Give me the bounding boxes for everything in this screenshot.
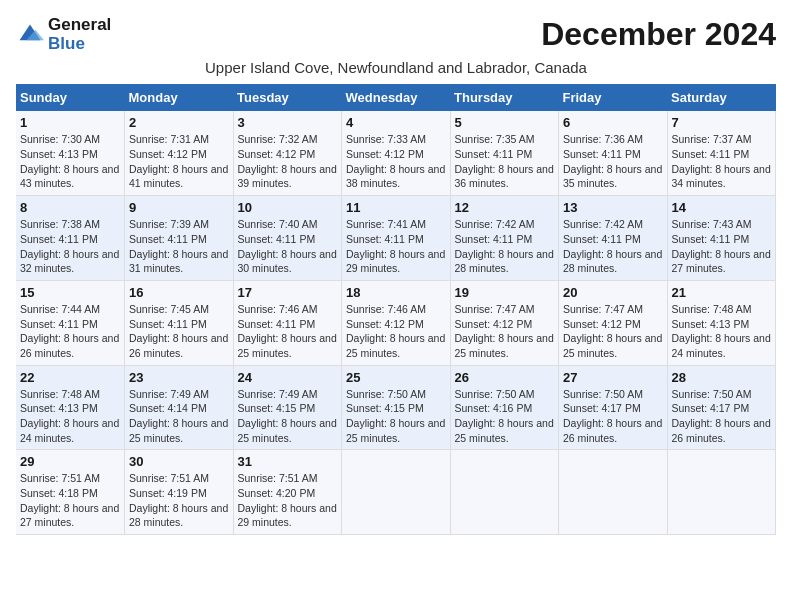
calendar-cell: 2Sunrise: 7:31 AMSunset: 4:12 PMDaylight…: [125, 111, 234, 195]
calendar-cell: 26Sunrise: 7:50 AMSunset: 4:16 PMDayligh…: [450, 365, 559, 450]
day-number: 29: [20, 454, 120, 469]
day-info: Sunrise: 7:51 AMSunset: 4:19 PMDaylight:…: [129, 471, 229, 530]
day-info: Sunrise: 7:50 AMSunset: 4:17 PMDaylight:…: [563, 387, 663, 446]
day-info: Sunrise: 7:37 AMSunset: 4:11 PMDaylight:…: [672, 132, 772, 191]
calendar-cell: 24Sunrise: 7:49 AMSunset: 4:15 PMDayligh…: [233, 365, 342, 450]
day-info: Sunrise: 7:39 AMSunset: 4:11 PMDaylight:…: [129, 217, 229, 276]
day-number: 12: [455, 200, 555, 215]
day-info: Sunrise: 7:50 AMSunset: 4:16 PMDaylight:…: [455, 387, 555, 446]
day-number: 6: [563, 115, 663, 130]
subtitle: Upper Island Cove, Newfoundland and Labr…: [16, 59, 776, 76]
day-number: 28: [672, 370, 772, 385]
calendar-cell: 22Sunrise: 7:48 AMSunset: 4:13 PMDayligh…: [16, 365, 125, 450]
calendar-cell: 1Sunrise: 7:30 AMSunset: 4:13 PMDaylight…: [16, 111, 125, 195]
calendar-cell: 6Sunrise: 7:36 AMSunset: 4:11 PMDaylight…: [559, 111, 668, 195]
day-number: 14: [672, 200, 772, 215]
calendar-cell: 23Sunrise: 7:49 AMSunset: 4:14 PMDayligh…: [125, 365, 234, 450]
day-number: 25: [346, 370, 446, 385]
calendar-cell: 15Sunrise: 7:44 AMSunset: 4:11 PMDayligh…: [16, 280, 125, 365]
calendar-cell: 9Sunrise: 7:39 AMSunset: 4:11 PMDaylight…: [125, 196, 234, 281]
calendar-cell: 25Sunrise: 7:50 AMSunset: 4:15 PMDayligh…: [342, 365, 451, 450]
day-number: 19: [455, 285, 555, 300]
calendar-week-row: 15Sunrise: 7:44 AMSunset: 4:11 PMDayligh…: [16, 280, 776, 365]
calendar-cell: [450, 450, 559, 535]
calendar-cell: 30Sunrise: 7:51 AMSunset: 4:19 PMDayligh…: [125, 450, 234, 535]
calendar-cell: 31Sunrise: 7:51 AMSunset: 4:20 PMDayligh…: [233, 450, 342, 535]
day-info: Sunrise: 7:43 AMSunset: 4:11 PMDaylight:…: [672, 217, 772, 276]
calendar-cell: 28Sunrise: 7:50 AMSunset: 4:17 PMDayligh…: [667, 365, 776, 450]
day-info: Sunrise: 7:49 AMSunset: 4:14 PMDaylight:…: [129, 387, 229, 446]
day-info: Sunrise: 7:51 AMSunset: 4:18 PMDaylight:…: [20, 471, 120, 530]
day-number: 16: [129, 285, 229, 300]
calendar-cell: 19Sunrise: 7:47 AMSunset: 4:12 PMDayligh…: [450, 280, 559, 365]
calendar-cell: [559, 450, 668, 535]
day-number: 15: [20, 285, 120, 300]
calendar-week-row: 1Sunrise: 7:30 AMSunset: 4:13 PMDaylight…: [16, 111, 776, 195]
day-number: 24: [238, 370, 338, 385]
day-info: Sunrise: 7:48 AMSunset: 4:13 PMDaylight:…: [20, 387, 120, 446]
header-tuesday: Tuesday: [233, 84, 342, 111]
day-number: 4: [346, 115, 446, 130]
day-info: Sunrise: 7:41 AMSunset: 4:11 PMDaylight:…: [346, 217, 446, 276]
calendar-cell: 17Sunrise: 7:46 AMSunset: 4:11 PMDayligh…: [233, 280, 342, 365]
day-number: 3: [238, 115, 338, 130]
header-saturday: Saturday: [667, 84, 776, 111]
calendar-cell: [667, 450, 776, 535]
header-sunday: Sunday: [16, 84, 125, 111]
logo-icon: [16, 21, 44, 49]
calendar-week-row: 8Sunrise: 7:38 AMSunset: 4:11 PMDaylight…: [16, 196, 776, 281]
calendar-cell: 16Sunrise: 7:45 AMSunset: 4:11 PMDayligh…: [125, 280, 234, 365]
day-info: Sunrise: 7:30 AMSunset: 4:13 PMDaylight:…: [20, 132, 120, 191]
day-number: 10: [238, 200, 338, 215]
calendar-cell: 21Sunrise: 7:48 AMSunset: 4:13 PMDayligh…: [667, 280, 776, 365]
header: General Blue December 2024: [16, 16, 776, 53]
calendar-cell: 8Sunrise: 7:38 AMSunset: 4:11 PMDaylight…: [16, 196, 125, 281]
day-info: Sunrise: 7:33 AMSunset: 4:12 PMDaylight:…: [346, 132, 446, 191]
calendar-cell: [342, 450, 451, 535]
day-info: Sunrise: 7:40 AMSunset: 4:11 PMDaylight:…: [238, 217, 338, 276]
day-number: 27: [563, 370, 663, 385]
day-number: 1: [20, 115, 120, 130]
day-number: 8: [20, 200, 120, 215]
day-info: Sunrise: 7:32 AMSunset: 4:12 PMDaylight:…: [238, 132, 338, 191]
calendar-title: December 2024: [541, 16, 776, 53]
day-info: Sunrise: 7:46 AMSunset: 4:12 PMDaylight:…: [346, 302, 446, 361]
day-number: 30: [129, 454, 229, 469]
header-friday: Friday: [559, 84, 668, 111]
day-info: Sunrise: 7:31 AMSunset: 4:12 PMDaylight:…: [129, 132, 229, 191]
day-number: 18: [346, 285, 446, 300]
header-wednesday: Wednesday: [342, 84, 451, 111]
day-number: 5: [455, 115, 555, 130]
days-header-row: SundayMondayTuesdayWednesdayThursdayFrid…: [16, 84, 776, 111]
logo-text: General Blue: [48, 16, 111, 53]
day-number: 31: [238, 454, 338, 469]
day-info: Sunrise: 7:47 AMSunset: 4:12 PMDaylight:…: [455, 302, 555, 361]
calendar-cell: 27Sunrise: 7:50 AMSunset: 4:17 PMDayligh…: [559, 365, 668, 450]
day-info: Sunrise: 7:46 AMSunset: 4:11 PMDaylight:…: [238, 302, 338, 361]
day-info: Sunrise: 7:38 AMSunset: 4:11 PMDaylight:…: [20, 217, 120, 276]
day-info: Sunrise: 7:44 AMSunset: 4:11 PMDaylight:…: [20, 302, 120, 361]
day-number: 21: [672, 285, 772, 300]
day-number: 26: [455, 370, 555, 385]
day-number: 2: [129, 115, 229, 130]
calendar-week-row: 22Sunrise: 7:48 AMSunset: 4:13 PMDayligh…: [16, 365, 776, 450]
day-number: 20: [563, 285, 663, 300]
calendar-cell: 7Sunrise: 7:37 AMSunset: 4:11 PMDaylight…: [667, 111, 776, 195]
day-info: Sunrise: 7:50 AMSunset: 4:15 PMDaylight:…: [346, 387, 446, 446]
calendar-week-row: 29Sunrise: 7:51 AMSunset: 4:18 PMDayligh…: [16, 450, 776, 535]
calendar-cell: 10Sunrise: 7:40 AMSunset: 4:11 PMDayligh…: [233, 196, 342, 281]
day-number: 13: [563, 200, 663, 215]
day-info: Sunrise: 7:47 AMSunset: 4:12 PMDaylight:…: [563, 302, 663, 361]
calendar-cell: 12Sunrise: 7:42 AMSunset: 4:11 PMDayligh…: [450, 196, 559, 281]
day-info: Sunrise: 7:50 AMSunset: 4:17 PMDaylight:…: [672, 387, 772, 446]
day-number: 11: [346, 200, 446, 215]
calendar-cell: 4Sunrise: 7:33 AMSunset: 4:12 PMDaylight…: [342, 111, 451, 195]
day-info: Sunrise: 7:36 AMSunset: 4:11 PMDaylight:…: [563, 132, 663, 191]
calendar-cell: 20Sunrise: 7:47 AMSunset: 4:12 PMDayligh…: [559, 280, 668, 365]
day-number: 23: [129, 370, 229, 385]
day-info: Sunrise: 7:42 AMSunset: 4:11 PMDaylight:…: [563, 217, 663, 276]
calendar-table: SundayMondayTuesdayWednesdayThursdayFrid…: [16, 84, 776, 535]
day-number: 17: [238, 285, 338, 300]
day-info: Sunrise: 7:45 AMSunset: 4:11 PMDaylight:…: [129, 302, 229, 361]
calendar-cell: 3Sunrise: 7:32 AMSunset: 4:12 PMDaylight…: [233, 111, 342, 195]
